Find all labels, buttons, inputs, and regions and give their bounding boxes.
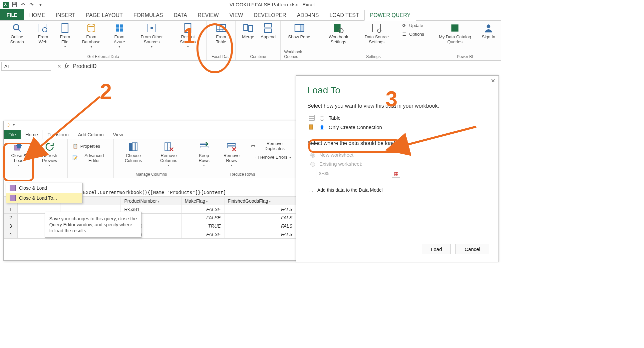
pq-tab-view[interactable]: View xyxy=(108,130,128,139)
pq-qat-more-icon[interactable]: ▾ xyxy=(13,123,15,127)
col-makeflag[interactable]: MakeFlag xyxy=(181,197,224,205)
append-button[interactable]: Append xyxy=(259,22,277,40)
group-workbook-queries: Show Pane Workbook Queries xyxy=(281,21,318,60)
append-icon xyxy=(263,23,273,33)
keep-rows-icon xyxy=(199,141,209,152)
tab-page-layout[interactable]: PAGE LAYOUT xyxy=(81,10,128,20)
merge-button[interactable]: Merge xyxy=(239,22,257,40)
range-picker-icon: ▦ xyxy=(392,170,400,178)
group-settings: Workbook Settings Data Source Settings ⟳… xyxy=(318,21,429,60)
menu-close-and-load-to[interactable]: Close & Load To... xyxy=(6,193,82,203)
svg-rect-37 xyxy=(200,146,208,148)
name-box[interactable]: A1 xyxy=(1,62,51,71)
feedback-icon[interactable]: ☺ xyxy=(6,122,11,128)
pq-tab-home[interactable]: Home xyxy=(21,130,43,139)
tab-insert[interactable]: INSERT xyxy=(51,10,81,20)
svg-rect-26 xyxy=(373,24,381,32)
close-load-to-icon xyxy=(10,195,16,201)
remove-columns-icon xyxy=(163,141,174,152)
options-button[interactable]: ☰Options xyxy=(400,31,426,38)
tab-power-query[interactable]: POWER QUERY xyxy=(364,10,416,21)
qat-more-icon[interactable]: ▾ xyxy=(37,2,43,8)
tab-view[interactable]: VIEW xyxy=(224,10,248,20)
svg-point-0 xyxy=(13,24,19,30)
update-icon: ⟳ xyxy=(401,23,407,29)
svg-rect-32 xyxy=(133,143,135,151)
editor-icon: 📝 xyxy=(72,155,78,161)
show-pane-button[interactable]: Show Pane xyxy=(287,22,312,40)
properties-button[interactable]: 📋Properties xyxy=(71,143,110,150)
tab-data[interactable]: DATA xyxy=(168,10,192,20)
col-finishedgoodsflag[interactable]: FinishedGoodsFlag xyxy=(224,197,296,205)
workbook-settings-button[interactable]: Workbook Settings xyxy=(321,22,356,45)
choose-columns-button[interactable]: Choose Columns xyxy=(117,141,150,164)
option-only-connection[interactable]: Only Create Connection xyxy=(307,123,487,131)
menu-close-and-load[interactable]: Close & Load xyxy=(6,183,82,193)
svg-rect-39 xyxy=(227,146,235,148)
formula-value[interactable]: ProductID xyxy=(69,62,101,71)
options-icon: ☰ xyxy=(401,31,407,37)
formula-bar: A1 ✕ fx ProductID xyxy=(0,61,501,72)
undo-icon[interactable]: ↶ xyxy=(20,2,26,8)
svg-rect-35 xyxy=(168,143,170,151)
checkbox-data-model[interactable] xyxy=(309,188,313,192)
load-button[interactable]: Load xyxy=(422,244,451,254)
add-to-data-model[interactable]: Add this data to the Data Model xyxy=(307,187,487,193)
group-label: Power BI xyxy=(457,54,473,60)
update-button[interactable]: ⟳Update xyxy=(400,22,426,29)
close-icon[interactable]: ✕ xyxy=(491,78,495,84)
window-title: VLOOKUP FALSE Pattern.xlsx - Excel xyxy=(46,2,498,7)
remove-errors-icon: ▭ xyxy=(250,155,256,161)
tab-home[interactable]: HOME xyxy=(24,10,51,20)
tab-file[interactable]: FILE xyxy=(0,9,24,20)
cancel-button[interactable]: Cancel xyxy=(456,244,489,254)
file-icon xyxy=(60,23,70,33)
tab-addins[interactable]: ADD-INS xyxy=(292,10,324,20)
annotation-circle-1 xyxy=(196,23,233,73)
pq-tab-transform[interactable]: Transform xyxy=(43,130,73,139)
svg-point-29 xyxy=(487,24,490,28)
online-search-button[interactable]: Online Search xyxy=(3,22,31,45)
keep-rows-button[interactable]: Keep Rows xyxy=(192,141,215,168)
pq-tab-file[interactable]: File xyxy=(4,130,21,139)
remove-errors-button[interactable]: ▭Remove Errors xyxy=(249,154,293,161)
pq-group-label: Reduce Rows xyxy=(230,171,255,178)
tab-review[interactable]: REVIEW xyxy=(192,10,224,20)
option-table[interactable]: Table xyxy=(307,114,487,122)
sign-in-button[interactable]: Sign In xyxy=(480,22,497,40)
from-web-button[interactable]: From Web xyxy=(33,22,53,45)
svg-point-11 xyxy=(151,27,153,29)
remove-rows-button[interactable]: Remove Rows xyxy=(217,141,246,168)
refresh-preview-button[interactable]: Refresh Preview xyxy=(34,141,65,168)
close-load-to-tooltip: Save your changes to this query, close t… xyxy=(45,212,142,238)
cancel-formula-icon[interactable]: ✕ xyxy=(57,64,61,69)
from-other-sources-button[interactable]: From Other Sources xyxy=(133,22,171,49)
pq-formula[interactable]: Excel.CurrentWorkbook(){[Name="Products"… xyxy=(83,190,226,195)
fx-icon[interactable]: fx xyxy=(65,63,69,70)
redo-icon[interactable]: ↷ xyxy=(29,2,35,8)
save-icon[interactable]: 💾 xyxy=(11,2,17,8)
annotation-1: 1 xyxy=(183,23,195,48)
connection-option-icon xyxy=(309,124,315,130)
my-data-catalog-button[interactable]: My Data Catalog Queries xyxy=(433,22,478,45)
pq-tab-add-column[interactable]: Add Column xyxy=(73,130,108,139)
data-source-settings-button[interactable]: Data Source Settings xyxy=(358,22,396,45)
pq-group-label: Manage Columns xyxy=(136,171,167,178)
group-label: Get External Data xyxy=(87,54,119,60)
svg-rect-43 xyxy=(309,125,313,129)
from-database-button[interactable]: From Database xyxy=(77,22,106,49)
advanced-editor-button[interactable]: 📝Advanced Editor xyxy=(71,153,110,164)
tab-developer[interactable]: DEVELOPER xyxy=(248,10,292,20)
radio-only-connection[interactable] xyxy=(320,125,324,130)
merge-icon xyxy=(243,23,253,33)
from-azure-button[interactable]: From Azure xyxy=(108,22,131,49)
annotation-3: 3 xyxy=(386,87,398,111)
remove-duplicates-button[interactable]: ▭Remove Duplicates xyxy=(249,141,293,152)
svg-point-5 xyxy=(88,24,95,27)
tab-load-test[interactable]: LOAD TEST xyxy=(324,10,364,20)
from-file-button[interactable]: From File xyxy=(55,22,74,49)
remove-columns-button[interactable]: Remove Columns xyxy=(152,141,186,168)
tab-formulas[interactable]: FORMULAS xyxy=(128,10,168,20)
radio-table[interactable] xyxy=(320,116,324,121)
col-productnumber[interactable]: ProductNumber xyxy=(121,197,181,205)
